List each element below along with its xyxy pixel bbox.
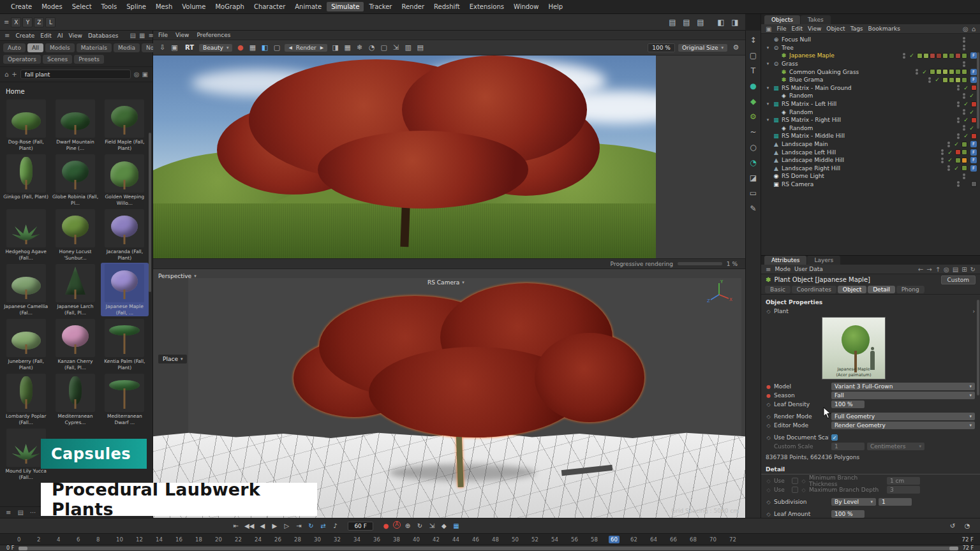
ab-compare-icon[interactable]: ◨ <box>330 42 341 53</box>
property-tab[interactable]: Phong <box>896 286 924 293</box>
prev-key-button[interactable]: ◀◀ <box>243 521 255 531</box>
material-tag[interactable] <box>930 69 935 75</box>
field-tag-badge[interactable]: F <box>970 52 977 59</box>
object-label[interactable]: Landscape Main <box>782 141 828 147</box>
object-label[interactable]: Landscape Middle Hill <box>782 157 844 163</box>
material-tag[interactable] <box>949 77 954 83</box>
frame-number[interactable]: 20 <box>213 536 233 543</box>
monitor-tool-icon[interactable]: ▭ <box>747 187 760 200</box>
material-tag[interactable] <box>961 158 967 163</box>
select-frame-icon[interactable]: ▢ <box>747 49 760 62</box>
object-tree-row[interactable]: ▲ Landscape Left Hill ✓ F <box>761 148 980 156</box>
visibility-toggles[interactable] <box>963 61 965 67</box>
prev-snapshot-icon[interactable]: ◀ <box>288 45 292 50</box>
up-icon[interactable]: ↑ <box>935 266 940 273</box>
plant-asset[interactable]: Ginkgo (Fall, Plant) <box>2 153 50 207</box>
gear-tool-icon[interactable]: ⚙ <box>747 110 760 123</box>
object-label[interactable]: Blue Grama <box>789 77 823 83</box>
mode-menu-icon[interactable]: ≡ <box>766 266 771 273</box>
frame-number[interactable]: 62 <box>628 536 648 543</box>
material-tag[interactable] <box>961 149 967 155</box>
min-branch-field[interactable]: 1 cm <box>887 477 920 485</box>
next-frame-button[interactable]: ▷ <box>281 521 292 531</box>
frame-number[interactable]: 58 <box>589 536 609 543</box>
keyframe-selection-button[interactable]: ▦ <box>451 521 461 531</box>
range-slider[interactable] <box>19 547 958 550</box>
material-tag[interactable] <box>942 69 948 75</box>
mode-dropdown[interactable]: Mode <box>775 266 791 272</box>
field-tag-badge[interactable]: F <box>970 77 977 83</box>
filter-tab[interactable]: Models <box>45 43 75 52</box>
record-scale-button[interactable]: ⇲ <box>427 521 437 531</box>
visibility-toggles[interactable] <box>941 158 944 163</box>
record-param-button[interactable]: ◆ <box>439 521 449 531</box>
plant-asset[interactable]: Kentia Palm (Fall, Plant) <box>101 318 149 371</box>
field-tag-badge[interactable]: F <box>970 157 977 163</box>
plant-asset[interactable]: Japanese Larch (Fall, Pl... <box>51 263 99 316</box>
manager-menu-item[interactable]: Tags <box>850 26 863 32</box>
object-tree-row[interactable]: ▾ ▦ RS Matrix - Main Ground ✓ F <box>761 84 980 92</box>
manager-menu-item[interactable]: Object <box>826 26 845 32</box>
sync-icon[interactable]: ◎ <box>134 71 140 78</box>
material-tag[interactable] <box>955 69 961 75</box>
material-tag[interactable] <box>961 142 967 147</box>
region-icon[interactable]: ▢ <box>378 42 389 53</box>
motion-system-icon[interactable]: ↺ <box>947 521 958 531</box>
material-tag[interactable] <box>961 53 967 59</box>
frame-number[interactable]: 38 <box>391 536 411 543</box>
object-label[interactable]: RS Camera <box>782 181 813 187</box>
sub-tab[interactable]: Operators <box>3 55 41 64</box>
object-label[interactable]: Focus Null <box>782 36 811 43</box>
leaf-density-field[interactable]: 100 % <box>831 400 865 408</box>
circle-tool-icon[interactable]: ○ <box>747 141 760 154</box>
viewport-view-menu[interactable]: Perspective <box>158 273 197 279</box>
clock-icon[interactable]: ◔ <box>962 521 972 531</box>
menu-item[interactable]: MoGraph <box>211 2 248 11</box>
object-label[interactable]: Grass <box>782 61 798 67</box>
lock-icon[interactable]: ⊞ <box>961 266 967 273</box>
plant-asset[interactable]: Mediterranean Cypres... <box>51 372 99 426</box>
menu-item[interactable]: Spline <box>122 2 151 11</box>
object-label[interactable]: RS Matrix - Left Hill <box>782 101 836 107</box>
text-tool-icon[interactable]: T <box>747 64 760 77</box>
frame-number[interactable]: 26 <box>272 536 292 543</box>
axis-toggle[interactable]: Z <box>34 17 44 27</box>
render-view-menu-item[interactable]: File <box>158 32 168 38</box>
size-dropdown[interactable]: Original Size <box>678 44 727 52</box>
visibility-toggles[interactable] <box>947 142 950 147</box>
menu-item[interactable]: Help <box>544 2 567 11</box>
object-label[interactable]: RS Matrix - Middle Hill <box>782 133 845 139</box>
menu-item[interactable]: Redshift <box>429 2 464 11</box>
material-tag[interactable] <box>942 77 948 83</box>
browser-menu-item[interactable]: Create <box>15 33 34 39</box>
axis-toggle[interactable]: Y <box>22 17 33 27</box>
filter-icon[interactable]: ▤ <box>953 266 958 273</box>
falloff-icon[interactable]: ◔ <box>366 42 377 53</box>
material-tag[interactable] <box>955 53 961 59</box>
clock-tool-icon[interactable]: ◔ <box>747 156 760 169</box>
list-view-icon[interactable]: ▤ <box>130 32 136 39</box>
frame-number[interactable]: 54 <box>549 536 569 543</box>
material-tag[interactable] <box>930 53 935 59</box>
object-tree-row[interactable]: ▾ ⊙ Grass F <box>761 60 980 68</box>
menu-item[interactable]: Modes <box>37 2 66 11</box>
frame-number[interactable]: 28 <box>292 536 312 543</box>
layout-b-icon[interactable]: ◨ <box>729 16 741 29</box>
film-icon[interactable]: ▤ <box>415 42 426 53</box>
snapshot-nav[interactable]: ◀ Render ▶ <box>285 44 327 52</box>
goto-end-button[interactable]: ⇥ <box>293 521 304 531</box>
attributes-tab[interactable]: Attributes <box>764 256 806 265</box>
sphere-tool-icon[interactable]: ● <box>747 80 760 92</box>
field-tag-badge[interactable]: F <box>970 69 977 75</box>
use-document-scale-checkbox[interactable] <box>831 434 838 441</box>
custom-button[interactable]: Custom <box>941 276 976 284</box>
object-tree-row[interactable]: ◈ Random ✓ F <box>761 92 980 100</box>
manager-tab[interactable]: Objects <box>764 15 800 24</box>
plant-asset[interactable]: Globe Robinia (Fall, Pl... <box>51 153 99 207</box>
plant-asset[interactable]: Japanese Maple (Fall, ... <box>101 263 149 316</box>
expand-arrow-icon[interactable]: ▾ <box>765 45 771 50</box>
object-tree-row[interactable]: ◉ RS Dome Light F <box>761 172 980 180</box>
plant-asset[interactable]: Hedgehog Agave (Fall... <box>2 208 50 261</box>
enabled-check-icon[interactable]: ✓ <box>963 101 969 107</box>
frame-number[interactable]: 72 <box>727 536 747 543</box>
